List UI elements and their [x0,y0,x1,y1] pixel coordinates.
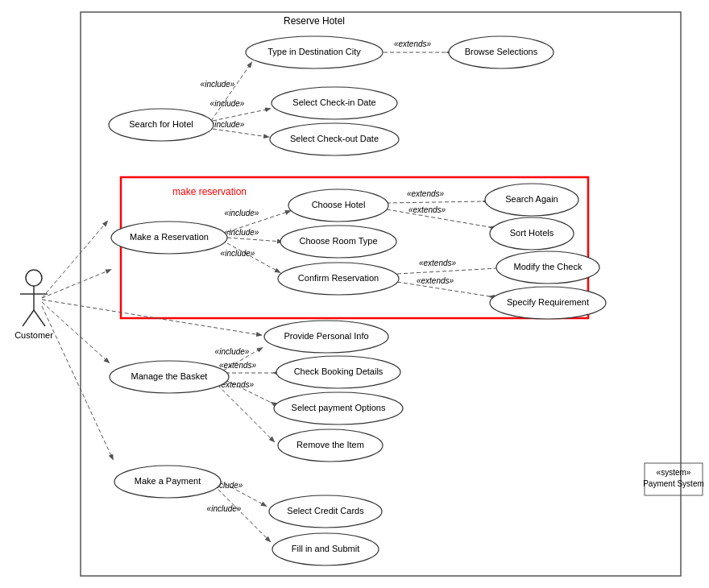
rel-search-checkin [213,109,270,121]
rel-label-include7: «include» [215,347,250,356]
uc-label-remove-item: Remove the Item [296,440,364,449]
rel-label-extends5: «extends» [417,276,454,285]
rel-label-include4: «include» [225,209,259,217]
uc-label-payment-options: Select payment Options [292,403,386,412]
uc-label-type-destination: Type in Destination City [267,47,361,56]
uc-label-make-payment: Make a Payment [135,476,201,486]
uc-label-personal-info: Provide Personal Info [284,331,368,341]
uc-label-specify-requirement: Specify Requirement [507,297,589,307]
actor-label: Customer [15,330,53,340]
actor-head [26,270,42,286]
uc-label-choose-room: Choose Room Type [299,236,377,246]
system-name: Payment System [643,479,704,488]
uc-label-make-reservation: Make a Reservation [130,232,209,242]
rel-res-chooseroom [227,238,282,242]
rel-confirm-modify [397,268,498,274]
rel-label-extends3: «extends» [408,205,446,214]
rel-search-destination [211,63,251,121]
rel-search-checkout [213,129,268,137]
uc-label-confirm-reservation: Confirm Reservation [298,273,379,283]
uc-label-search-again: Search Again [505,194,558,204]
rel-hotel-searchagain [387,201,483,203]
rel-label-include9: «include» [207,504,242,513]
rel-label-extends4: «extends» [419,259,457,267]
uc-label-choose-hotel: Choose Hotel [312,200,366,209]
rel-label-include3: «include» [210,120,245,129]
uc-label-check-booking: Check Booking Details [294,366,384,376]
rel-label-include5: «include» [225,228,259,237]
system-label: «system» [657,468,691,477]
boundary-label: make reservation [172,186,247,197]
actor-left-leg [23,310,34,326]
rel-label-include6: «include» [221,249,255,258]
uc-label-modify-check: Modify the Check [514,262,583,271]
rel-res-confirm [227,243,280,272]
use-case-diagram: Reserve Hotel make reservation «system» … [0,0,709,588]
rel-label-include1: «include» [201,80,235,89]
rel-actor-makereservation [42,270,110,298]
rel-label-extends6: «extends» [219,361,257,370]
rel-label-extends1: «extends» [394,39,432,48]
uc-label-sort-hotels: Sort Hotels [510,228,554,238]
actor-right-leg [34,310,45,326]
uc-label-checkin-date: Select Check-in Date [292,97,375,107]
rel-basket-remove [218,385,274,441]
package-label: Reserve Hotel [284,15,345,27]
rel-actor-searchhotel [42,222,107,298]
uc-label-select-credit-cards: Select Credit Cards [287,506,364,516]
rel-label-extends2: «extends» [407,189,445,198]
uc-label-search-hotel: Search for Hotel [129,119,193,129]
uc-label-fill-submit: Fill in and Submit [292,544,359,553]
rel-actor-payment [42,306,113,459]
rel-label-include2: «include» [210,99,245,108]
uc-label-browse-selections: Browse Selections [465,47,538,56]
rel-payment-fillinsubmit [214,485,270,541]
uc-label-checkout-date: Select Check-out Date [290,134,379,143]
uc-label-manage-basket: Manage the Basket [131,371,208,381]
diagram-container: Reserve Hotel make reservation «system» … [0,0,709,588]
